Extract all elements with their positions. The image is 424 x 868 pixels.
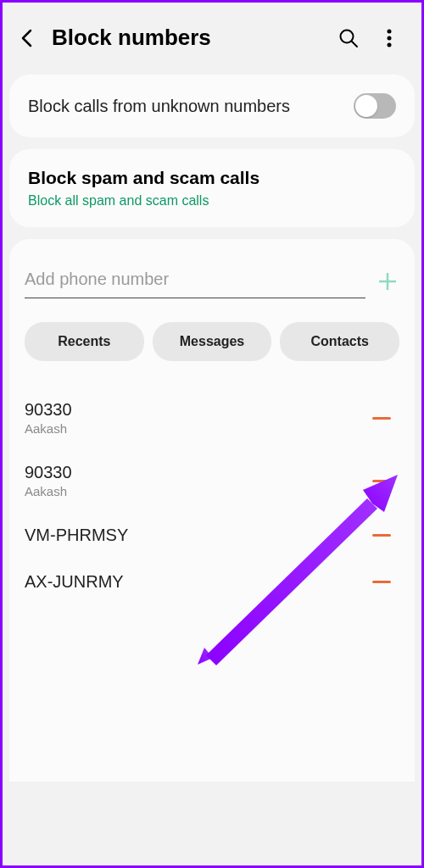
svg-point-4: [388, 42, 392, 47]
svg-point-0: [341, 30, 354, 42]
back-button[interactable]: [16, 28, 36, 48]
block-spam-subtitle: Block all spam and scam calls: [28, 193, 396, 209]
blocked-list: 90330 Aakash 90330 Aakash VM-PHRMSY: [25, 387, 399, 605]
remove-icon[interactable]: [372, 581, 391, 583]
search-icon[interactable]: [338, 28, 359, 48]
block-unknown-label: Block calls from unknown numbers: [28, 95, 340, 118]
list-item[interactable]: VM-PHRMSY: [25, 512, 399, 559]
block-spam-card[interactable]: Block spam and scam calls Block all spam…: [9, 149, 415, 227]
svg-point-3: [388, 36, 392, 40]
toggle-knob: [355, 95, 377, 117]
remove-icon[interactable]: [372, 417, 391, 420]
list-item[interactable]: 90330 Aakash: [25, 387, 399, 449]
list-item[interactable]: AX-JUNRMY: [25, 559, 399, 605]
block-unknown-toggle[interactable]: [354, 93, 396, 119]
block-spam-title: Block spam and scam calls: [28, 168, 396, 188]
svg-point-2: [388, 29, 392, 33]
blocked-number: 90330: [25, 463, 72, 482]
main-card: Recents Messages Contacts 90330 Aakash 9…: [9, 239, 415, 782]
blocked-number: 90330: [25, 400, 72, 420]
remove-icon[interactable]: [372, 534, 391, 537]
chip-recents[interactable]: Recents: [25, 322, 144, 361]
block-unknown-card[interactable]: Block calls from unknown numbers: [9, 75, 415, 137]
blocked-name: Aakash: [25, 421, 72, 436]
source-chips: Recents Messages Contacts: [25, 322, 399, 361]
list-item[interactable]: 90330 Aakash: [25, 449, 399, 512]
add-icon[interactable]: [376, 270, 399, 293]
blocked-number: AX-JUNRMY: [25, 572, 124, 592]
chip-contacts[interactable]: Contacts: [280, 322, 399, 361]
page-title: Block numbers: [52, 25, 323, 51]
blocked-number: VM-PHRMSY: [25, 526, 128, 545]
phone-input[interactable]: [25, 264, 365, 298]
remove-icon[interactable]: [372, 480, 391, 482]
svg-line-1: [352, 42, 357, 47]
blocked-name: Aakash: [25, 484, 72, 498]
chip-messages[interactable]: Messages: [153, 322, 272, 361]
more-icon[interactable]: [379, 28, 399, 48]
